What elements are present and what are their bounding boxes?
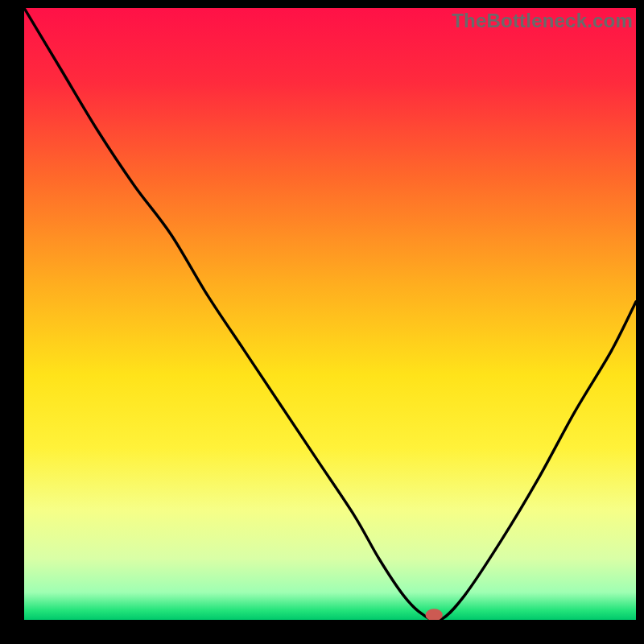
gradient-background: [24, 8, 636, 620]
plot-area: [24, 8, 636, 620]
chart-container: TheBottleneck.com: [0, 0, 644, 644]
plot-svg: [24, 8, 636, 620]
frame-left: [0, 0, 24, 644]
watermark-text: TheBottleneck.com: [452, 10, 633, 32]
frame-bottom: [0, 620, 644, 644]
frame-top: [0, 0, 644, 8]
frame-right: [636, 0, 644, 644]
